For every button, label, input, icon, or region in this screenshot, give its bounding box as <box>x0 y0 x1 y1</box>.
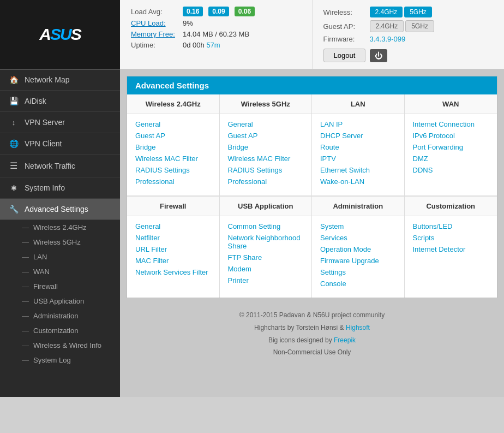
link-wake-on-lan[interactable]: Wake-on-LAN <box>320 176 396 187</box>
link-operation-mode[interactable]: Operation Mode <box>320 244 396 255</box>
link-url-filter[interactable]: URL Filter <box>135 244 211 255</box>
guest-ap-5-button[interactable]: 5GHz <box>405 20 434 32</box>
sub-dash-icon-3: — <box>22 253 29 261</box>
link-iptv[interactable]: IPTV <box>320 153 396 164</box>
link-lan-ip[interactable]: LAN IP <box>320 118 396 130</box>
link-ftp-share[interactable]: FTP Share <box>228 252 304 263</box>
link-w5-guest-ap[interactable]: Guest AP <box>228 130 304 141</box>
link-dhcp-server[interactable]: DHCP Server <box>320 130 396 141</box>
sub-dash-icon-4: — <box>22 268 29 276</box>
link-internet-detector[interactable]: Internet Detector <box>413 244 489 255</box>
sidebar-sub-wireless-5[interactable]: — Wireless 5GHz <box>0 235 120 250</box>
footer-line1: © 2011-2015 Padavan & N56U project commu… <box>137 309 487 322</box>
sub-dash-icon-10: — <box>22 356 29 364</box>
col-lan: LAN IP DHCP Server Route IPTV Ethernet S… <box>312 114 405 195</box>
link-console[interactable]: Console <box>320 278 396 289</box>
firmware-value: 3.4.3.9-099 <box>370 35 406 43</box>
sidebar-sub-firewall[interactable]: — Firewall <box>0 279 120 294</box>
link-w24-guest-ap[interactable]: Guest AP <box>135 130 211 141</box>
sidebar-item-vpn-client[interactable]: 🌐 VPN Client <box>0 133 120 155</box>
sidebar-label-network-map: Network Map <box>25 75 69 84</box>
sidebar-item-system-info[interactable]: ✱ System Info <box>0 177 120 199</box>
col-header-administration: Administration <box>312 197 405 216</box>
logout-button[interactable]: Logout <box>323 49 366 62</box>
link-ddns[interactable]: DDNS <box>413 164 489 176</box>
link-scripts[interactable]: Scripts <box>413 232 489 244</box>
link-internet-connection[interactable]: Internet Connection <box>413 118 489 130</box>
link-services[interactable]: Services <box>320 232 396 244</box>
sidebar-sub-wan[interactable]: — WAN <box>0 264 120 279</box>
wireless-label: Wireless: <box>323 8 364 16</box>
link-fw-general[interactable]: General <box>135 221 211 232</box>
link-w24-general[interactable]: General <box>135 118 211 130</box>
sidebar-item-aidisk[interactable]: 💾 AiDisk <box>0 91 120 112</box>
sub-dash-icon: — <box>22 223 29 232</box>
link-w5-mac-filter[interactable]: Wireless MAC Filter <box>228 153 304 164</box>
sub-dash-icon-7: — <box>22 312 29 320</box>
sidebar-sub-lan[interactable]: — LAN <box>0 250 120 264</box>
link-route[interactable]: Route <box>320 141 396 153</box>
sidebar-label-network-traffic: Network Traffic <box>25 162 75 170</box>
traffic-icon: ☰ <box>8 161 19 171</box>
content-header: Advanced Settings <box>127 76 497 94</box>
link-ethernet-switch[interactable]: Ethernet Switch <box>320 164 396 176</box>
col-header-customization: Customization <box>405 197 497 216</box>
link-network-services-filter[interactable]: Network Services Filter <box>135 266 211 278</box>
link-w5-professional[interactable]: Professional <box>228 176 304 187</box>
link-w24-radius[interactable]: RADIUS Settings <box>135 164 211 176</box>
sub-dash-icon-6: — <box>22 297 29 305</box>
sidebar-sub-customization[interactable]: — Customization <box>0 323 120 338</box>
guest-ap-label: Guest AP: <box>323 22 364 31</box>
link-ipv6-protocol[interactable]: IPv6 Protocol <box>413 130 489 141</box>
col-wireless-24: General Guest AP Bridge Wireless MAC Fil… <box>127 114 220 195</box>
sidebar-sub-wireless-wired[interactable]: — Wireless & Wired Info <box>0 338 120 353</box>
link-w5-general[interactable]: General <box>228 118 304 130</box>
link-printer[interactable]: Printer <box>228 275 304 286</box>
highsoft-link[interactable]: Highsoft <box>346 324 370 331</box>
link-firmware-upgrade[interactable]: Firmware Upgrade <box>320 255 396 266</box>
link-modem[interactable]: Modem <box>228 263 304 275</box>
sidebar-sub-usb-app[interactable]: — USB Application <box>0 294 120 309</box>
wireless-5-button[interactable]: 5GHz <box>404 7 432 17</box>
link-w5-bridge[interactable]: Bridge <box>228 141 304 153</box>
link-port-forwarding[interactable]: Port Forwarding <box>413 141 489 153</box>
col-customization: Buttons/LED Scripts Internet Detector <box>405 216 497 298</box>
guest-ap-btn-group: 2.4GHz 5GHz <box>370 20 434 32</box>
col-header-wireless-24: Wireless 2.4GHz <box>127 94 220 114</box>
sidebar-label-aidisk: AiDisk <box>25 97 46 105</box>
col-usb-app: Common Setting Network Neighborhood Shar… <box>220 216 313 298</box>
home-icon: 🏠 <box>8 75 19 84</box>
guest-ap-24-button[interactable]: 2.4GHz <box>370 20 404 32</box>
memory-free-label: Memory Free: <box>131 30 177 38</box>
firmware-label: Firmware: <box>323 35 364 43</box>
link-w24-bridge[interactable]: Bridge <box>135 141 211 153</box>
link-system[interactable]: System <box>320 221 396 232</box>
link-netfilter[interactable]: Netfilter <box>135 232 211 244</box>
load-badge-3: 0.06 <box>235 7 255 16</box>
sidebar-item-network-traffic[interactable]: ☰ Network Traffic <box>0 155 120 177</box>
link-w24-mac-filter[interactable]: Wireless MAC Filter <box>135 153 211 164</box>
link-common-setting[interactable]: Common Setting <box>228 221 304 232</box>
col-header-usb-app: USB Application <box>220 197 313 216</box>
sidebar-sub-wireless-24[interactable]: — Wireless 2.4GHz <box>0 220 120 235</box>
link-mac-filter[interactable]: MAC Filter <box>135 255 211 266</box>
sidebar-item-network-map[interactable]: 🏠 Network Map <box>0 69 120 91</box>
sidebar-sub-administration[interactable]: — Administration <box>0 309 120 323</box>
content-box: Advanced Settings Wireless 2.4GHz Wirele… <box>127 76 497 298</box>
sidebar-sub-system-log[interactable]: — System Log <box>0 353 120 367</box>
vpn-client-icon: 🌐 <box>8 139 19 148</box>
link-network-neighborhood[interactable]: Network Neighborhood Share <box>228 232 304 252</box>
link-w24-professional[interactable]: Professional <box>135 176 211 187</box>
sidebar-item-vpn-server[interactable]: ↕ VPN Server <box>0 112 120 133</box>
sidebar-item-advanced-settings[interactable]: 🔧 Advanced Settings <box>0 199 120 220</box>
wireless-24-button[interactable]: 2.4GHz <box>370 7 403 17</box>
power-button[interactable]: ⏻ <box>370 49 387 62</box>
footer: © 2011-2015 Padavan & N56U project commu… <box>127 298 497 370</box>
link-buttons-led[interactable]: Buttons/LED <box>413 221 489 232</box>
link-settings[interactable]: Settings <box>320 266 396 278</box>
sidebar: 🏠 Network Map 💾 AiDisk ↕ VPN Server 🌐 VP… <box>0 69 120 397</box>
cpu-load-value: 9% <box>183 19 193 27</box>
link-w5-radius[interactable]: RADIUS Settings <box>228 164 304 176</box>
freepik-link[interactable]: Freepik <box>334 336 356 344</box>
link-dmz[interactable]: DMZ <box>413 153 489 164</box>
